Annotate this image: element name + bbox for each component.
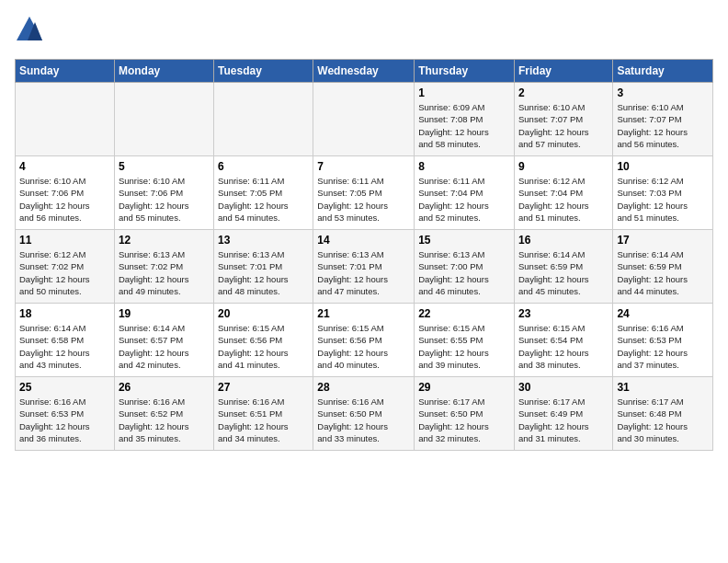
calendar-cell: 18Sunrise: 6:14 AM Sunset: 6:58 PM Dayli… bbox=[16, 304, 115, 377]
day-info: Sunrise: 6:13 AM Sunset: 7:01 PM Dayligh… bbox=[317, 248, 410, 297]
calendar-cell: 6Sunrise: 6:11 AM Sunset: 7:05 PM Daylig… bbox=[214, 156, 313, 230]
day-number: 18 bbox=[19, 307, 110, 320]
calendar-cell: 11Sunrise: 6:12 AM Sunset: 7:02 PM Dayli… bbox=[16, 230, 115, 304]
day-info: Sunrise: 6:16 AM Sunset: 6:52 PM Dayligh… bbox=[119, 396, 210, 444]
day-info: Sunrise: 6:13 AM Sunset: 7:02 PM Dayligh… bbox=[119, 248, 210, 297]
calendar-cell: 27Sunrise: 6:16 AM Sunset: 6:51 PM Dayli… bbox=[214, 377, 313, 451]
calendar-cell: 20Sunrise: 6:15 AM Sunset: 6:56 PM Dayli… bbox=[214, 304, 313, 377]
day-info: Sunrise: 6:11 AM Sunset: 7:05 PM Dayligh… bbox=[218, 175, 309, 224]
calendar-cell: 31Sunrise: 6:17 AM Sunset: 6:48 PM Dayli… bbox=[613, 377, 713, 451]
day-info: Sunrise: 6:16 AM Sunset: 6:51 PM Dayligh… bbox=[218, 396, 309, 444]
calendar-cell: 28Sunrise: 6:16 AM Sunset: 6:50 PM Dayli… bbox=[313, 377, 415, 451]
calendar-cell: 22Sunrise: 6:15 AM Sunset: 6:55 PM Dayli… bbox=[415, 304, 515, 377]
calendar-cell: 10Sunrise: 6:12 AM Sunset: 7:03 PM Dayli… bbox=[613, 156, 713, 230]
day-number: 31 bbox=[617, 381, 709, 394]
calendar-cell: 5Sunrise: 6:10 AM Sunset: 7:06 PM Daylig… bbox=[114, 156, 213, 230]
calendar-cell: 2Sunrise: 6:10 AM Sunset: 7:07 PM Daylig… bbox=[514, 83, 612, 156]
day-number: 27 bbox=[218, 381, 309, 394]
calendar-cell: 29Sunrise: 6:17 AM Sunset: 6:50 PM Dayli… bbox=[415, 377, 515, 451]
day-info: Sunrise: 6:11 AM Sunset: 7:05 PM Dayligh… bbox=[317, 175, 410, 224]
calendar-cell: 1Sunrise: 6:09 AM Sunset: 7:08 PM Daylig… bbox=[415, 83, 515, 156]
calendar-cell bbox=[313, 83, 415, 156]
calendar-cell: 4Sunrise: 6:10 AM Sunset: 7:06 PM Daylig… bbox=[16, 156, 115, 230]
day-info: Sunrise: 6:15 AM Sunset: 6:56 PM Dayligh… bbox=[218, 322, 309, 371]
col-header-saturday: Saturday bbox=[613, 60, 713, 83]
day-info: Sunrise: 6:10 AM Sunset: 7:06 PM Dayligh… bbox=[119, 175, 210, 224]
calendar-cell: 25Sunrise: 6:16 AM Sunset: 6:53 PM Dayli… bbox=[16, 377, 115, 451]
calendar-cell: 14Sunrise: 6:13 AM Sunset: 7:01 PM Dayli… bbox=[313, 230, 415, 304]
logo-icon bbox=[15, 15, 44, 48]
day-info: Sunrise: 6:10 AM Sunset: 7:06 PM Dayligh… bbox=[19, 175, 110, 224]
day-number: 24 bbox=[617, 307, 709, 320]
day-info: Sunrise: 6:14 AM Sunset: 6:59 PM Dayligh… bbox=[518, 248, 609, 297]
day-number: 1 bbox=[418, 86, 510, 99]
day-number: 23 bbox=[518, 307, 609, 320]
col-header-thursday: Thursday bbox=[415, 60, 515, 83]
logo bbox=[15, 15, 48, 48]
day-info: Sunrise: 6:15 AM Sunset: 6:56 PM Dayligh… bbox=[317, 322, 410, 371]
day-info: Sunrise: 6:16 AM Sunset: 6:50 PM Dayligh… bbox=[317, 396, 410, 444]
day-number: 11 bbox=[19, 234, 110, 247]
day-number: 9 bbox=[518, 160, 609, 173]
calendar-cell: 3Sunrise: 6:10 AM Sunset: 7:07 PM Daylig… bbox=[613, 83, 713, 156]
day-number: 15 bbox=[418, 234, 510, 247]
day-info: Sunrise: 6:15 AM Sunset: 6:54 PM Dayligh… bbox=[518, 322, 609, 371]
col-header-wednesday: Wednesday bbox=[313, 60, 415, 83]
day-info: Sunrise: 6:12 AM Sunset: 7:02 PM Dayligh… bbox=[19, 248, 110, 297]
calendar-cell: 30Sunrise: 6:17 AM Sunset: 6:49 PM Dayli… bbox=[514, 377, 612, 451]
calendar-cell: 9Sunrise: 6:12 AM Sunset: 7:04 PM Daylig… bbox=[514, 156, 612, 230]
calendar-cell: 8Sunrise: 6:11 AM Sunset: 7:04 PM Daylig… bbox=[415, 156, 515, 230]
day-number: 12 bbox=[119, 234, 210, 247]
day-number: 17 bbox=[617, 234, 709, 247]
day-number: 22 bbox=[418, 307, 510, 320]
day-info: Sunrise: 6:14 AM Sunset: 6:57 PM Dayligh… bbox=[119, 322, 210, 371]
day-number: 30 bbox=[518, 381, 609, 394]
day-info: Sunrise: 6:16 AM Sunset: 6:53 PM Dayligh… bbox=[19, 396, 110, 444]
day-info: Sunrise: 6:09 AM Sunset: 7:08 PM Dayligh… bbox=[418, 101, 510, 150]
calendar-cell: 16Sunrise: 6:14 AM Sunset: 6:59 PM Dayli… bbox=[514, 230, 612, 304]
day-number: 7 bbox=[317, 160, 410, 173]
day-number: 14 bbox=[317, 234, 410, 247]
col-header-friday: Friday bbox=[514, 60, 612, 83]
day-number: 4 bbox=[19, 160, 110, 173]
calendar-cell bbox=[114, 83, 213, 156]
day-number: 5 bbox=[119, 160, 210, 173]
day-info: Sunrise: 6:17 AM Sunset: 6:48 PM Dayligh… bbox=[617, 396, 709, 444]
col-header-sunday: Sunday bbox=[16, 60, 115, 83]
day-number: 29 bbox=[418, 381, 510, 394]
day-info: Sunrise: 6:12 AM Sunset: 7:04 PM Dayligh… bbox=[518, 175, 609, 224]
day-number: 2 bbox=[518, 86, 609, 99]
day-info: Sunrise: 6:10 AM Sunset: 7:07 PM Dayligh… bbox=[617, 101, 709, 150]
day-number: 16 bbox=[518, 234, 609, 247]
day-info: Sunrise: 6:11 AM Sunset: 7:04 PM Dayligh… bbox=[418, 175, 510, 224]
calendar-cell: 17Sunrise: 6:14 AM Sunset: 6:59 PM Dayli… bbox=[613, 230, 713, 304]
col-header-monday: Monday bbox=[114, 60, 213, 83]
calendar-cell: 15Sunrise: 6:13 AM Sunset: 7:00 PM Dayli… bbox=[415, 230, 515, 304]
day-number: 10 bbox=[617, 160, 709, 173]
calendar-cell: 7Sunrise: 6:11 AM Sunset: 7:05 PM Daylig… bbox=[313, 156, 415, 230]
calendar-cell: 19Sunrise: 6:14 AM Sunset: 6:57 PM Dayli… bbox=[114, 304, 213, 377]
day-info: Sunrise: 6:17 AM Sunset: 6:50 PM Dayligh… bbox=[418, 396, 510, 444]
day-number: 25 bbox=[19, 381, 110, 394]
day-info: Sunrise: 6:12 AM Sunset: 7:03 PM Dayligh… bbox=[617, 175, 709, 224]
day-number: 20 bbox=[218, 307, 309, 320]
calendar-cell: 26Sunrise: 6:16 AM Sunset: 6:52 PM Dayli… bbox=[114, 377, 213, 451]
day-number: 13 bbox=[218, 234, 309, 247]
day-info: Sunrise: 6:17 AM Sunset: 6:49 PM Dayligh… bbox=[518, 396, 609, 444]
day-number: 19 bbox=[119, 307, 210, 320]
day-number: 28 bbox=[317, 381, 410, 394]
day-number: 3 bbox=[617, 86, 709, 99]
day-number: 21 bbox=[317, 307, 410, 320]
calendar-cell: 24Sunrise: 6:16 AM Sunset: 6:53 PM Dayli… bbox=[613, 304, 713, 377]
calendar-table: SundayMondayTuesdayWednesdayThursdayFrid… bbox=[15, 59, 713, 451]
day-info: Sunrise: 6:13 AM Sunset: 7:00 PM Dayligh… bbox=[418, 248, 510, 297]
calendar-cell: 12Sunrise: 6:13 AM Sunset: 7:02 PM Dayli… bbox=[114, 230, 213, 304]
day-info: Sunrise: 6:13 AM Sunset: 7:01 PM Dayligh… bbox=[218, 248, 309, 297]
calendar-cell: 21Sunrise: 6:15 AM Sunset: 6:56 PM Dayli… bbox=[313, 304, 415, 377]
calendar-cell: 13Sunrise: 6:13 AM Sunset: 7:01 PM Dayli… bbox=[214, 230, 313, 304]
day-number: 26 bbox=[119, 381, 210, 394]
calendar-cell bbox=[16, 83, 115, 156]
day-info: Sunrise: 6:15 AM Sunset: 6:55 PM Dayligh… bbox=[418, 322, 510, 371]
col-header-tuesday: Tuesday bbox=[214, 60, 313, 83]
day-info: Sunrise: 6:16 AM Sunset: 6:53 PM Dayligh… bbox=[617, 322, 709, 371]
